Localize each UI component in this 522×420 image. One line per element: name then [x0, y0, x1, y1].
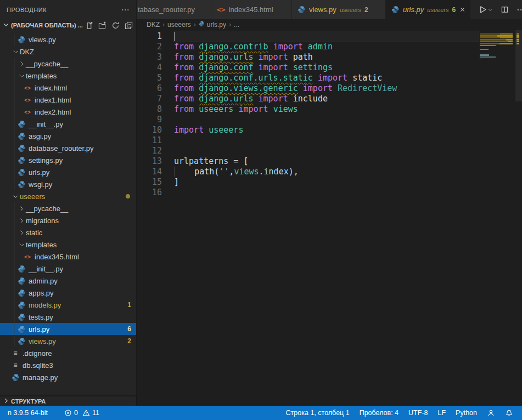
tree-item-migrations[interactable]: migrations: [0, 214, 136, 226]
code-line-15[interactable]: ]: [174, 177, 479, 188]
tree-item-index.html[interactable]: <>index.html: [0, 82, 136, 94]
code-line-3[interactable]: from django.urls import path: [174, 52, 479, 63]
breadcrumb-item-file[interactable]: urls.py: [199, 21, 226, 29]
breadcrumb-item-symbol[interactable]: ...: [234, 21, 239, 29]
tree-item-label: db.sqlite3: [23, 361, 53, 370]
line-number: 11: [137, 135, 162, 146]
tree-item-index345.html[interactable]: <>index345.html: [0, 251, 136, 263]
tree-item-apps.py[interactable]: apps.py: [0, 287, 136, 299]
minimap-line: [480, 45, 515, 47]
code-line-4[interactable]: from django.conf import settings: [174, 63, 479, 73]
tree-item-templates[interactable]: templates: [0, 239, 136, 251]
minimap-line: [480, 35, 513, 37]
new-folder-icon[interactable]: [98, 21, 106, 30]
code-line-5[interactable]: from django.conf.urls.static import stat…: [174, 73, 479, 83]
tree-item-views.py[interactable]: views.py: [0, 33, 136, 46]
code-line-11[interactable]: [174, 135, 479, 146]
tree-item-asgi.py[interactable]: asgi.py: [0, 130, 136, 142]
minimap-line: [480, 31, 515, 33]
chevron-right-icon: ›: [229, 21, 231, 29]
python-icon: [17, 120, 26, 128]
tab-label: views.py: [309, 5, 336, 14]
tree-item-label: templates: [26, 72, 57, 80]
feedback-icon[interactable]: [484, 409, 498, 417]
chevron-down-icon: [17, 73, 26, 79]
code-content[interactable]: from django.contrib import adminfrom dja…: [162, 30, 479, 406]
tree-item-static[interactable]: static: [0, 226, 136, 239]
python-icon: [17, 313, 26, 321]
refresh-icon[interactable]: [111, 21, 120, 30]
code-line-14[interactable]: path('',views.index),: [174, 167, 479, 177]
tab-tabase_roouter.py[interactable]: tabase_roouter.py: [137, 0, 211, 19]
tab-index345.html[interactable]: <>index345.html: [211, 0, 292, 19]
code-line-7[interactable]: from django.urls import include: [174, 94, 479, 104]
line-number-gutter: 12345678910111213141516: [137, 30, 162, 406]
tree-item-label: settings.py: [29, 156, 63, 164]
tree-item-label: views.py: [29, 36, 56, 44]
python-interpreter-status[interactable]: n 3.9.5 64-bit: [4, 409, 51, 417]
tree-item-templates[interactable]: templates: [0, 70, 136, 82]
language-mode-status[interactable]: Python: [452, 409, 480, 417]
code-line-10[interactable]: import useeers: [174, 125, 479, 135]
new-file-icon[interactable]: [85, 21, 93, 30]
minimap[interactable]: [480, 30, 515, 62]
tree-item-tests.py[interactable]: tests.py: [0, 311, 136, 323]
encoding-status[interactable]: UTF-8: [405, 409, 431, 417]
split-editor-button[interactable]: [501, 5, 509, 14]
code-line-12[interactable]: [174, 146, 479, 156]
tab-problems-count: 2: [364, 6, 368, 14]
tab-label: urls.py: [403, 5, 424, 14]
collapse-all-icon[interactable]: [124, 21, 133, 30]
problems-status[interactable]: 0 11: [61, 409, 103, 417]
run-python-file-button[interactable]: [478, 5, 493, 14]
tab-label: index345.html: [229, 5, 273, 14]
tree-item-database_roouter.py[interactable]: database_roouter.py: [0, 142, 136, 154]
minimap-line: [480, 54, 515, 56]
tree-item-__pycache__[interactable]: __pycache__: [0, 202, 136, 214]
tree-item-models.py[interactable]: models.py1: [0, 299, 136, 311]
code-line-6[interactable]: from django.views.generic import Redirec…: [174, 83, 479, 94]
tree-item-views.py[interactable]: views.py2: [0, 335, 136, 347]
tree-item-index2.html[interactable]: <>index2.html: [0, 106, 136, 118]
code-line-1[interactable]: [174, 31, 479, 42]
tree-item-urls.py[interactable]: urls.py: [0, 166, 136, 178]
eol-status[interactable]: LF: [434, 409, 449, 417]
code-line-9[interactable]: [174, 115, 479, 125]
tree-item-index1.html[interactable]: <>index1.html: [0, 94, 136, 106]
close-icon[interactable]: [459, 5, 466, 15]
code-line-16[interactable]: [174, 188, 479, 198]
tree-item-settings.py[interactable]: settings.py: [0, 154, 136, 166]
tree-item-DKZ[interactable]: DKZ: [0, 46, 136, 58]
overview-ruler[interactable]: [515, 30, 522, 406]
tree-item-db.sqlite3[interactable]: ≡db.sqlite3: [0, 359, 136, 371]
cursor-position-status[interactable]: Строка 1, столбец 1: [283, 409, 353, 417]
line-number: 15: [137, 177, 162, 188]
breadcrumb-item-package[interactable]: useeers: [167, 21, 191, 29]
code-line-8[interactable]: from useeers import views: [174, 104, 479, 115]
breadcrumb-item-folder[interactable]: DKZ: [147, 21, 160, 29]
outline-section-header[interactable]: СТРУКТУРА: [0, 396, 136, 406]
tree-item-admin.py[interactable]: admin.py: [0, 275, 136, 287]
tree-item-__pycache__[interactable]: __pycache__: [0, 58, 136, 70]
tree-item-useeers[interactable]: useeers: [0, 190, 136, 202]
tree-item-.dcignore[interactable]: ≡.dcignore: [0, 347, 136, 359]
tree-item-urls.py[interactable]: urls.py6: [0, 323, 136, 335]
chevron-right-icon: [17, 206, 26, 212]
tree-item-label: urls.py: [29, 168, 49, 177]
tab-urls.py[interactable]: urls.pyuseeers6: [386, 0, 470, 19]
notifications-bell-icon[interactable]: [502, 409, 517, 417]
code-line-2[interactable]: from django.contrib import admin: [174, 42, 479, 52]
tree-item-wsgi.py[interactable]: wsgi.py: [0, 178, 136, 190]
workspace-section-header[interactable]: (РАБОЧАЯ ОБЛАСТЬ) ...: [0, 19, 136, 31]
tree-item-label: tests.py: [29, 313, 53, 321]
tab-views.py[interactable]: views.pyuseeers2: [292, 0, 386, 19]
code-line-13[interactable]: urlpatterns = [: [174, 156, 479, 167]
more-actions-icon[interactable]: ⋯: [517, 4, 522, 15]
code-editor[interactable]: 12345678910111213141516 from django.cont…: [137, 30, 522, 406]
explorer-more-actions-icon[interactable]: ⋯: [121, 5, 130, 15]
indentation-status[interactable]: Пробелов: 4: [356, 409, 402, 417]
tree-item-__init__.py[interactable]: __init__.py: [0, 263, 136, 275]
tab-description: useeers: [427, 7, 448, 13]
tree-item-__init__.py[interactable]: __init__.py: [0, 118, 136, 130]
tree-item-manage.py[interactable]: manage.py: [0, 371, 136, 383]
